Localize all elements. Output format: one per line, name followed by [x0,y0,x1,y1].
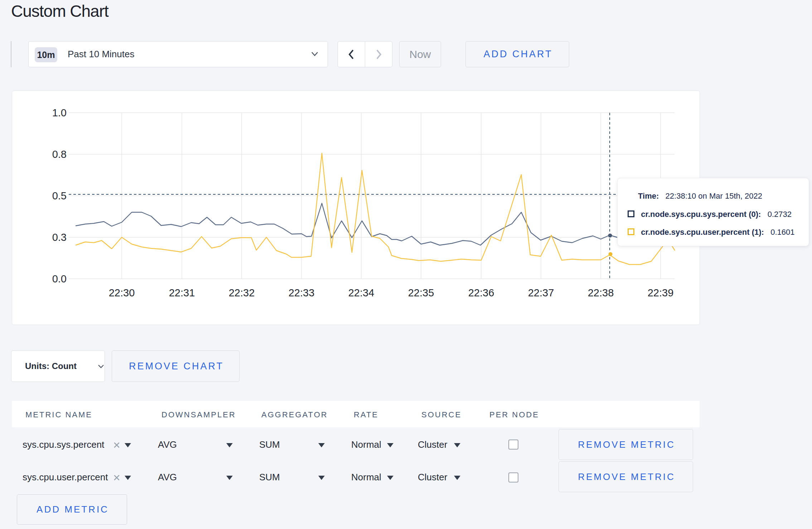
svg-text:22:38: 22:38 [588,287,614,299]
svg-text:22:32: 22:32 [229,287,255,299]
svg-text:22:31: 22:31 [169,287,195,299]
svg-text:22:30: 22:30 [109,287,135,299]
svg-text:22:39: 22:39 [648,287,674,299]
svg-text:0.0: 0.0 [52,273,67,285]
svg-text:22:36: 22:36 [468,287,494,299]
svg-text:22:37: 22:37 [528,287,554,299]
svg-text:22:35: 22:35 [408,287,434,299]
svg-text:1.0: 1.0 [52,107,67,118]
svg-text:0.8: 0.8 [52,149,67,160]
svg-text:0.3: 0.3 [52,232,67,243]
svg-text:0.5: 0.5 [52,190,67,202]
svg-text:22:33: 22:33 [289,287,315,299]
svg-text:22:34: 22:34 [348,287,374,299]
